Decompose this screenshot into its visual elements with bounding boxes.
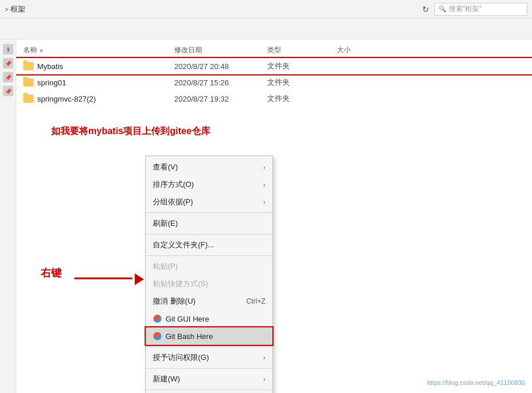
- folder-icon-spring01: [23, 78, 34, 87]
- ctx-customize[interactable]: 自定义文件夹(F)...: [146, 236, 272, 254]
- git-icon: [153, 314, 162, 323]
- ctx-sep-3: [146, 255, 272, 256]
- ctx-sep-4: [146, 347, 272, 347]
- nav-icon-3[interactable]: 📌: [3, 72, 13, 82]
- ctx-undo[interactable]: 撤消 删除(U) Ctrl+Z: [146, 293, 272, 310]
- left-panel: ⬆ 📌 📌 📌: [0, 39, 16, 393]
- ctx-sep-1: [146, 212, 272, 213]
- title-bar: > 框架 ↻ 🔍 搜索"框架": [0, 0, 532, 19]
- ctx-paste-shortcut[interactable]: 粘贴快捷方式(S): [146, 275, 272, 293]
- col-type-header[interactable]: 类型: [267, 45, 337, 55]
- arrow-indicator: [74, 272, 144, 286]
- git-bash-icon: [153, 331, 162, 341]
- file-date-spring01: 2020/8/27 15:26: [174, 78, 267, 87]
- ctx-group[interactable]: 分组依据(P) ›: [146, 193, 272, 211]
- file-name-mybatis: Mybatis: [37, 62, 174, 71]
- file-type-mybatis: 文件夹: [267, 61, 337, 71]
- right-click-label: 右键: [41, 266, 62, 280]
- ctx-paste[interactable]: 粘贴(P): [146, 258, 272, 275]
- ctx-sep-6: [146, 390, 272, 390]
- nav-icon-4[interactable]: 📌: [3, 86, 13, 96]
- column-headers: 名称 ∧ 修改日期 类型 大小: [16, 44, 532, 57]
- main-content: ⬆ 📌 📌 📌 名称 ∧ 修改日期 类型 大小 Mybatis 2020/8/: [0, 39, 532, 393]
- ctx-sep-5: [146, 368, 272, 369]
- sort-arrow: ∧: [39, 48, 44, 53]
- explorer-window: > 框架 ↻ 🔍 搜索"框架" ⬆ 📌 📌 📌 名称: [0, 0, 532, 393]
- ctx-git-gui[interactable]: Git GUI Here: [146, 310, 272, 327]
- nav-icon-1[interactable]: ⬆: [3, 44, 13, 55]
- folder-icon-springmvc: [23, 94, 34, 103]
- annotation-text: 如我要将mybatis项目上传到gitee仓库: [51, 125, 210, 138]
- refresh-button[interactable]: ↻: [419, 3, 432, 16]
- ctx-refresh[interactable]: 刷新(E): [146, 215, 272, 232]
- file-name-springmvc: springmvc-827(2): [37, 95, 174, 103]
- col-date-header[interactable]: 修改日期: [174, 45, 267, 55]
- watermark: https://blog.csdn.net/qq_41150830: [427, 379, 525, 386]
- breadcrumb-arrow: >: [5, 6, 8, 13]
- title-bar-right: ↻ 🔍 搜索"框架": [419, 3, 527, 16]
- file-type-spring01: 文件夹: [267, 77, 337, 88]
- search-box[interactable]: 🔍 搜索"框架": [434, 3, 527, 16]
- col-size-header[interactable]: 大小: [337, 45, 383, 55]
- search-placeholder: 搜索"框架": [449, 4, 482, 14]
- col-name-header[interactable]: 名称 ∧: [23, 45, 174, 55]
- nav-icon-2[interactable]: 📌: [3, 58, 13, 68]
- window-title: 框架: [10, 4, 26, 15]
- search-icon: 🔍: [438, 5, 447, 13]
- ctx-git-bash[interactable]: Git Bash Here: [146, 327, 272, 345]
- file-row-spring01[interactable]: spring01 2020/8/27 15:26 文件夹: [16, 74, 532, 91]
- folder-icon-mybatis: [23, 62, 34, 71]
- file-name-spring01: spring01: [37, 78, 174, 87]
- toolbar: [0, 19, 532, 39]
- file-row-mybatis[interactable]: Mybatis 2020/8/27 20:48 文件夹: [16, 58, 532, 74]
- ctx-grant-access[interactable]: 授予访问权限(G) ›: [146, 349, 272, 366]
- breadcrumb: > 框架: [5, 4, 416, 15]
- ctx-view[interactable]: 查看(V) ›: [146, 158, 272, 176]
- file-date-springmvc: 2020/8/27 19:32: [174, 95, 267, 103]
- context-menu: 查看(V) › 排序方式(O) › 分组依据(P) › 刷新(E) 自定义文: [145, 156, 273, 393]
- ctx-new[interactable]: 新建(W) ›: [146, 370, 272, 388]
- ctx-sort[interactable]: 排序方式(O) ›: [146, 176, 272, 193]
- file-row-springmvc[interactable]: springmvc-827(2) 2020/8/27 19:32 文件夹: [16, 91, 532, 107]
- file-type-springmvc: 文件夹: [267, 93, 337, 104]
- ctx-sep-2: [146, 234, 272, 235]
- file-list-area: 名称 ∧ 修改日期 类型 大小 Mybatis 2020/8/27 20:48 …: [16, 39, 532, 393]
- file-date-mybatis: 2020/8/27 20:48: [174, 62, 267, 71]
